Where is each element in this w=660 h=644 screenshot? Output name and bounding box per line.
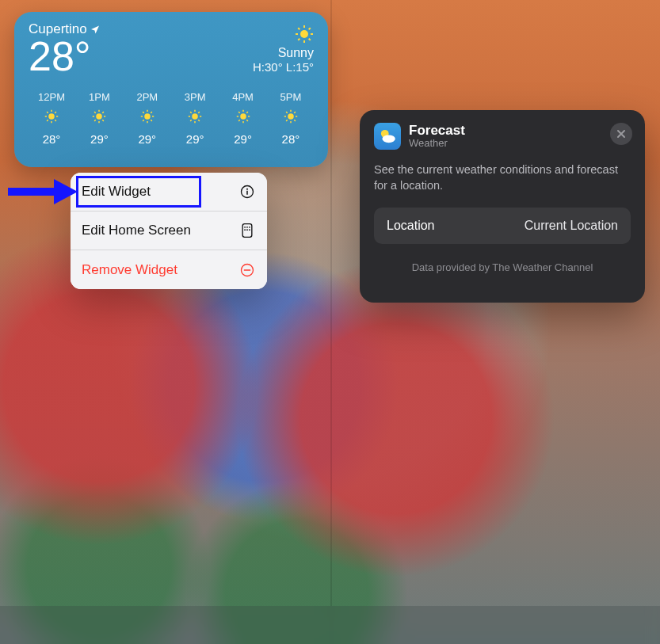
svg-line-6 — [309, 39, 311, 40]
weather-app-icon — [374, 123, 401, 150]
homescreen-icon — [238, 222, 256, 239]
panel-titles: Forecast Weather — [409, 124, 465, 150]
svg-point-78 — [383, 135, 395, 143]
svg-line-35 — [151, 112, 152, 113]
menu-label: Edit Home Screen — [82, 223, 191, 238]
hour-temp: 29° — [174, 132, 216, 146]
svg-point-27 — [144, 113, 151, 120]
svg-point-18 — [97, 113, 103, 120]
close-button[interactable] — [610, 123, 632, 145]
weather-header: Cupertino 28° Sunny H:30° L:15° — [29, 21, 314, 77]
weather-hour: 2PM 29° — [126, 91, 169, 146]
svg-line-7 — [298, 39, 299, 40]
sun-icon — [295, 25, 314, 44]
svg-point-73 — [246, 229, 248, 231]
svg-line-16 — [47, 120, 48, 121]
svg-line-15 — [55, 120, 56, 121]
hour-temp: 29° — [78, 132, 120, 146]
hour-temp: 28° — [30, 132, 73, 146]
svg-line-42 — [198, 120, 200, 121]
svg-point-54 — [288, 113, 294, 120]
svg-line-17 — [55, 112, 56, 113]
sun-icon — [188, 109, 202, 124]
weather-hour: 5PM 28° — [269, 91, 312, 146]
svg-point-66 — [246, 189, 248, 190]
weather-temp: 28° — [29, 36, 100, 77]
svg-point-45 — [240, 113, 246, 120]
widget-context-menu: Edit Widget Edit Home Screen Remove Widg… — [71, 173, 267, 289]
svg-line-8 — [309, 28, 311, 29]
svg-line-33 — [151, 120, 152, 121]
menu-edit-home-screen[interactable]: Edit Home Screen — [71, 211, 267, 250]
panel-description: See the current weather conditions and f… — [374, 162, 631, 193]
hour-label: 3PM — [174, 91, 216, 103]
svg-point-71 — [249, 227, 250, 228]
svg-line-50 — [238, 112, 240, 113]
location-arrow-icon — [90, 25, 100, 34]
location-row-value: Current Location — [525, 219, 618, 233]
hour-label: 5PM — [269, 91, 312, 103]
svg-line-62 — [294, 112, 296, 113]
svg-line-26 — [103, 112, 105, 113]
svg-line-43 — [190, 120, 192, 121]
panel-header: Forecast Weather — [374, 123, 631, 150]
annotation-arrow-icon — [6, 177, 78, 206]
hour-label: 4PM — [222, 91, 265, 103]
sun-icon — [92, 109, 106, 124]
svg-line-59 — [286, 112, 288, 113]
weather-hi-lo: H:30° L:15° — [253, 60, 314, 74]
weather-hour: 1PM 29° — [78, 91, 120, 146]
panel-subtitle: Weather — [409, 138, 465, 149]
svg-marker-64 — [54, 179, 78, 204]
sun-icon — [140, 109, 155, 124]
svg-point-0 — [300, 30, 308, 38]
svg-point-9 — [48, 113, 55, 120]
weather-hour: 12PM 28° — [30, 91, 73, 146]
hour-temp: 29° — [222, 132, 265, 146]
svg-line-53 — [246, 112, 248, 113]
hour-temp: 29° — [126, 132, 169, 146]
svg-line-44 — [198, 112, 200, 113]
location-row[interactable]: Location Current Location — [374, 208, 631, 244]
hour-label: 2PM — [126, 91, 169, 103]
weather-hour: 4PM 29° — [222, 91, 265, 146]
panel-credit: Data provided by The Weather Channel — [374, 261, 631, 273]
svg-line-61 — [286, 120, 288, 121]
split-seam — [330, 0, 332, 644]
svg-point-70 — [246, 227, 248, 228]
sun-icon — [44, 109, 59, 124]
info-icon — [238, 183, 256, 200]
svg-point-74 — [249, 229, 250, 231]
menu-label: Remove Widget — [82, 262, 177, 278]
sun-icon — [284, 109, 298, 124]
svg-point-69 — [244, 227, 246, 228]
svg-line-23 — [95, 112, 97, 113]
sun-icon — [236, 109, 250, 124]
menu-edit-widget[interactable]: Edit Widget — [71, 173, 267, 211]
menu-remove-widget[interactable]: Remove Widget — [71, 250, 267, 289]
svg-line-24 — [103, 120, 105, 121]
svg-line-52 — [238, 120, 240, 121]
svg-line-32 — [143, 112, 144, 113]
svg-line-25 — [95, 120, 97, 121]
weather-hourly-row: 12PM 28° 1PM 29° 2PM 29° 3PM 29° 4PM 29°… — [29, 91, 314, 146]
svg-point-72 — [244, 229, 246, 231]
weather-hour: 3PM 29° — [174, 91, 216, 146]
panel-title: Forecast — [409, 124, 465, 139]
weather-condition: Sunny — [253, 46, 314, 60]
menu-label: Edit Widget — [82, 184, 151, 200]
svg-line-60 — [294, 120, 296, 121]
svg-rect-67 — [246, 191, 248, 195]
minus-circle-icon — [238, 261, 256, 279]
weather-right: Sunny H:30° L:15° — [253, 25, 314, 74]
svg-line-51 — [246, 120, 248, 121]
weather-widget[interactable]: Cupertino 28° Sunny H:30° L:15° 12PM 28°… — [14, 12, 328, 167]
svg-line-41 — [190, 112, 192, 113]
widget-editor-panel: Forecast Weather See the current weather… — [360, 110, 645, 303]
close-icon — [616, 128, 626, 141]
hour-temp: 28° — [269, 132, 312, 146]
hour-label: 1PM — [78, 91, 120, 103]
svg-line-5 — [298, 28, 299, 29]
svg-line-14 — [47, 112, 48, 113]
weather-left: Cupertino 28° — [29, 21, 100, 77]
